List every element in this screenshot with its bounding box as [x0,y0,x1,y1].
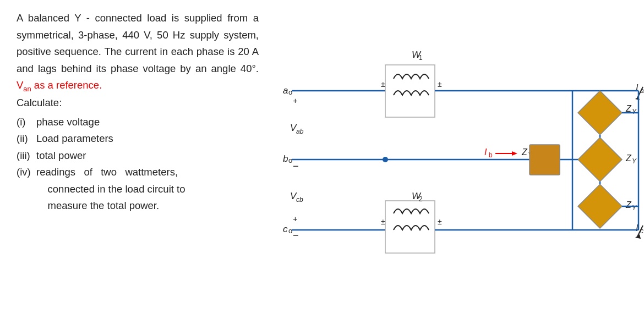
svg-text:cb: cb [296,196,303,204]
svg-text:Y: Y [632,157,637,165]
list-item: (iv) readings of two wattmeters, connect… [17,164,259,215]
label-zy-mid: Z [521,147,528,157]
svg-text:1: 1 [419,54,423,62]
text-panel: A balanced Y - connected load is supplie… [0,0,270,335]
svg-text:c: c [283,224,288,234]
list-item: (iii) total power [17,147,259,164]
svg-text:±: ± [381,217,385,226]
label-zy-mid2: Z [625,153,632,163]
label-a: a [283,85,288,96]
label-zy-top: Z [625,104,632,113]
svg-text:ab: ab [296,128,304,135]
svg-text:Y: Y [632,108,637,116]
diagram-panel: a o + W 1 ± ± b o I b Z Y [270,0,644,335]
svg-text:2: 2 [419,195,423,203]
svg-text:o: o [288,227,292,235]
list-items: (i) phase voltage (ii) Load parameters (… [17,114,259,215]
svg-text:±: ± [438,80,442,89]
svg-text:b: b [489,151,493,159]
svg-text:±: ± [381,80,385,89]
circuit-diagram: a o + W 1 ± ± b o I b Z Y [275,6,644,329]
svg-text:−: − [293,230,299,241]
svg-text:b: b [283,153,288,164]
svg-rect-18 [530,145,560,175]
list-item: (i) phase voltage [17,114,259,131]
list-item: (ii) Load parameters [17,130,259,147]
svg-text:+: + [293,96,298,105]
svg-text:±: ± [438,217,442,226]
svg-text:+: + [293,214,298,223]
calculate-label: Calculate: [17,95,259,112]
label-ib: I [484,147,487,157]
label-zy-bot: Z [625,200,632,210]
reference-text: Van as a reference. [17,79,102,91]
svg-text:Y: Y [632,204,637,212]
problem-text: A balanced Y - connected load is supplie… [17,10,259,95]
svg-text:o: o [288,156,292,164]
svg-text:−: − [293,161,299,172]
svg-text:o: o [288,88,292,96]
